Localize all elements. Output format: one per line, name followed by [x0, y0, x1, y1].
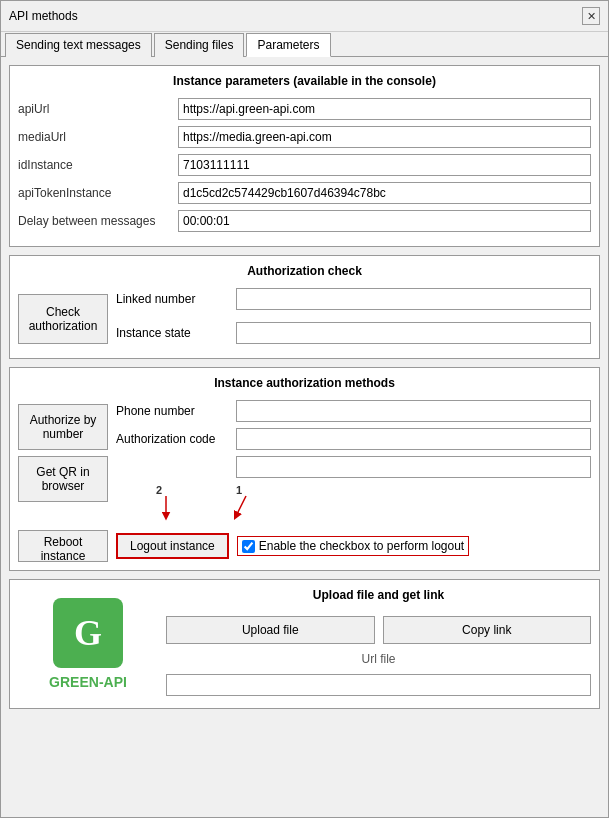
annotation-overlay: 2 1: [116, 484, 591, 524]
close-button[interactable]: ✕: [582, 7, 600, 25]
auth-check-section: Authorization check Check authorization …: [9, 255, 600, 359]
logo-text: GREEN-API: [49, 674, 127, 690]
logout-instance-button[interactable]: Logout instance: [116, 533, 229, 559]
url-file-input[interactable]: [166, 674, 591, 696]
id-instance-label: idInstance: [18, 158, 178, 172]
upload-title: Upload file and get link: [166, 588, 591, 602]
instance-state-input[interactable]: [236, 322, 591, 344]
tab-bar: Sending text messages Sending files Para…: [1, 32, 608, 57]
api-token-input[interactable]: [178, 182, 591, 204]
extra-field-input[interactable]: [236, 456, 591, 478]
upload-btn-row: Upload file Copy link: [166, 616, 591, 644]
green-api-logo: G GREEN-API: [18, 588, 158, 700]
linked-number-label: Linked number: [116, 292, 236, 306]
tab-parameters[interactable]: Parameters: [246, 33, 330, 57]
auth-check-title: Authorization check: [18, 264, 591, 278]
auth-code-row: Authorization code: [116, 428, 591, 450]
instance-state-row: Instance state: [116, 322, 591, 344]
bottom-section: G GREEN-API Upload file and get link Upl…: [9, 579, 600, 709]
logout-checkbox[interactable]: [242, 540, 255, 553]
svg-line-1: [236, 496, 246, 516]
title-bar: API methods ✕: [1, 1, 608, 32]
upload-section: Upload file and get link Upload file Cop…: [166, 588, 591, 700]
delay-input[interactable]: [178, 210, 591, 232]
check-auth-button[interactable]: Check authorization: [18, 294, 108, 344]
logout-checkbox-text: Enable the checkbox to perform logout: [259, 539, 464, 553]
phone-number-input[interactable]: [236, 400, 591, 422]
reboot-instance-button[interactable]: Reboot instance: [18, 530, 108, 562]
auth-methods-inner: Authorize by number Get QR in browser Ph…: [18, 400, 591, 562]
auth-methods-section: Instance authorization methods Authorize…: [9, 367, 600, 571]
window-title: API methods: [9, 9, 78, 23]
instance-params-title: Instance parameters (available in the co…: [18, 74, 591, 88]
api-token-row: apiTokenInstance: [18, 182, 591, 204]
delay-label: Delay between messages: [18, 214, 178, 228]
id-instance-row: idInstance: [18, 154, 591, 176]
upload-file-button[interactable]: Upload file: [166, 616, 375, 644]
auth-methods-fields: Phone number Authorization code 2: [116, 400, 591, 562]
get-qr-button[interactable]: Get QR in browser: [18, 456, 108, 502]
phone-number-label: Phone number: [116, 404, 236, 418]
extra-field-row: [116, 456, 591, 478]
id-instance-input[interactable]: [178, 154, 591, 176]
annotation-arrows: [136, 484, 336, 524]
logout-checkbox-label: Enable the checkbox to perform logout: [237, 536, 469, 556]
main-content: Instance parameters (available in the co…: [1, 57, 608, 817]
app-window: API methods ✕ Sending text messages Send…: [0, 0, 609, 818]
api-url-input[interactable]: [178, 98, 591, 120]
media-url-row: mediaUrl: [18, 126, 591, 148]
url-file-label: Url file: [166, 652, 591, 666]
api-url-row: apiUrl: [18, 98, 591, 120]
api-url-label: apiUrl: [18, 102, 178, 116]
auth-check-inner: Check authorization Linked number Instan…: [18, 288, 591, 350]
instance-params-section: Instance parameters (available in the co…: [9, 65, 600, 247]
api-token-label: apiTokenInstance: [18, 186, 178, 200]
instance-state-label: Instance state: [116, 326, 236, 340]
logo-icon: G: [53, 598, 123, 668]
tab-sending-text[interactable]: Sending text messages: [5, 33, 152, 57]
auth-check-btn-col: Check authorization: [18, 288, 108, 350]
media-url-input[interactable]: [178, 126, 591, 148]
auth-methods-title: Instance authorization methods: [18, 376, 591, 390]
delay-row: Delay between messages: [18, 210, 591, 232]
auth-code-input[interactable]: [236, 428, 591, 450]
linked-number-input[interactable]: [236, 288, 591, 310]
linked-number-row: Linked number: [116, 288, 591, 310]
phone-number-row: Phone number: [116, 400, 591, 422]
tab-sending-files[interactable]: Sending files: [154, 33, 245, 57]
reboot-logout-row: Reboot instance Logout instance Enable t…: [116, 530, 591, 562]
copy-link-button[interactable]: Copy link: [383, 616, 592, 644]
auth-check-fields: Linked number Instance state: [116, 288, 591, 350]
authorize-by-number-button[interactable]: Authorize by number: [18, 404, 108, 450]
media-url-label: mediaUrl: [18, 130, 178, 144]
auth-code-label: Authorization code: [116, 432, 236, 446]
